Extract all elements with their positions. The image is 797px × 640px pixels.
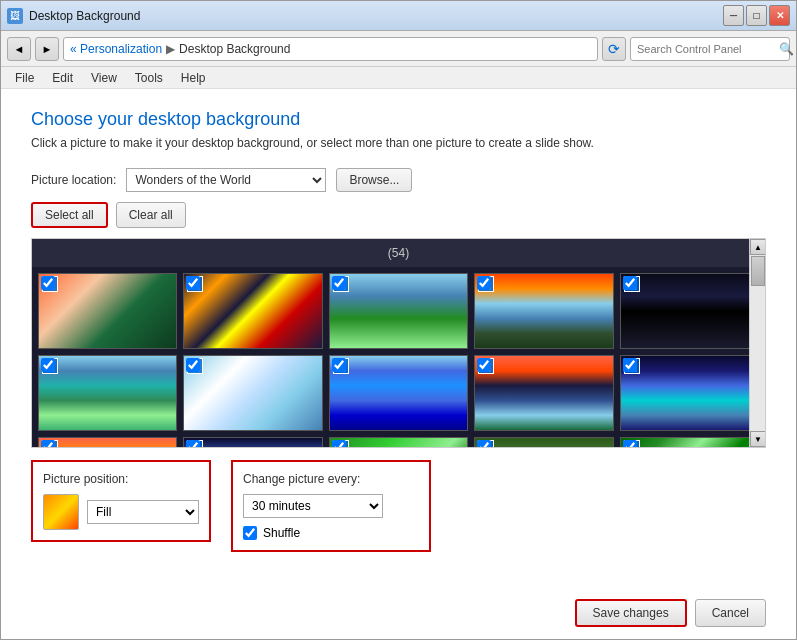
minimize-button[interactable]: ─ bbox=[723, 5, 744, 26]
breadcrumb-current: Desktop Background bbox=[179, 42, 290, 56]
image-cell-4[interactable] bbox=[474, 273, 613, 349]
picture-position-box: Picture position: Fill Fit Stretch Tile … bbox=[31, 460, 211, 542]
image-cell-13[interactable] bbox=[329, 437, 468, 447]
page-title: Choose your desktop background bbox=[31, 109, 766, 130]
browse-button[interactable]: Browse... bbox=[336, 168, 412, 192]
image-cell-6[interactable] bbox=[38, 355, 177, 431]
grid-header: (54) bbox=[32, 239, 765, 267]
picture-location-label: Picture location: bbox=[31, 173, 116, 187]
menu-tools[interactable]: Tools bbox=[127, 69, 171, 87]
picture-location-row: Picture location: Wonders of the World B… bbox=[31, 168, 766, 192]
image-checkbox-13[interactable] bbox=[332, 440, 346, 447]
image-cell-11[interactable] bbox=[38, 437, 177, 447]
search-icon: 🔍 bbox=[779, 42, 794, 56]
maximize-button[interactable]: □ bbox=[746, 5, 767, 26]
main-content: Choose your desktop background Click a p… bbox=[1, 89, 796, 593]
image-checkbox-12[interactable] bbox=[186, 440, 200, 447]
clear-all-button[interactable]: Clear all bbox=[116, 202, 186, 228]
image-checkbox-11[interactable] bbox=[41, 440, 55, 447]
image-checkbox-1[interactable] bbox=[41, 276, 55, 290]
shuffle-row: Shuffle bbox=[243, 526, 419, 540]
image-checkbox-8[interactable] bbox=[332, 358, 346, 372]
breadcrumb: « Personalization ▶ Desktop Background bbox=[63, 37, 598, 61]
image-cell-7[interactable] bbox=[183, 355, 322, 431]
image-checkbox-7[interactable] bbox=[186, 358, 200, 372]
breadcrumb-personalization[interactable]: « Personalization bbox=[70, 42, 162, 56]
image-cell-2[interactable] bbox=[183, 273, 322, 349]
image-checkbox-5[interactable] bbox=[623, 276, 637, 290]
image-cell-12[interactable] bbox=[183, 437, 322, 447]
image-checkbox-4[interactable] bbox=[477, 276, 491, 290]
image-grid-container: (54) ▲ bbox=[31, 238, 766, 448]
select-buttons-row: Select all Clear all bbox=[31, 202, 766, 228]
title-bar-left: 🖼 Desktop Background bbox=[7, 8, 140, 24]
page-subtitle: Click a picture to make it your desktop … bbox=[31, 136, 766, 150]
title-bar-controls: ─ □ ✕ bbox=[723, 5, 790, 26]
position-dropdown[interactable]: Fill Fit Stretch Tile Center bbox=[87, 500, 199, 524]
image-cell-3[interactable] bbox=[329, 273, 468, 349]
forward-button[interactable]: ► bbox=[35, 37, 59, 61]
image-checkbox-10[interactable] bbox=[623, 358, 637, 372]
image-grid bbox=[32, 267, 765, 447]
window-title: Desktop Background bbox=[29, 9, 140, 23]
close-button[interactable]: ✕ bbox=[769, 5, 790, 26]
scroll-thumb[interactable] bbox=[751, 256, 765, 286]
back-button[interactable]: ◄ bbox=[7, 37, 31, 61]
search-input[interactable] bbox=[637, 43, 775, 55]
image-cell-8[interactable] bbox=[329, 355, 468, 431]
image-checkbox-9[interactable] bbox=[477, 358, 491, 372]
change-picture-box: Change picture every: 1 minute 2 minutes… bbox=[231, 460, 431, 552]
shuffle-label: Shuffle bbox=[263, 526, 300, 540]
image-checkbox-6[interactable] bbox=[41, 358, 55, 372]
time-dropdown[interactable]: 1 minute 2 minutes 5 minutes 10 minutes … bbox=[243, 494, 383, 518]
image-checkbox-3[interactable] bbox=[332, 276, 346, 290]
image-cell-5[interactable] bbox=[620, 273, 759, 349]
image-cell-10[interactable] bbox=[620, 355, 759, 431]
select-all-button[interactable]: Select all bbox=[31, 202, 108, 228]
menu-view[interactable]: View bbox=[83, 69, 125, 87]
position-preview-thumbnail bbox=[43, 494, 79, 530]
image-checkbox-14[interactable] bbox=[477, 440, 491, 447]
image-cell-1[interactable] bbox=[38, 273, 177, 349]
menu-edit[interactable]: Edit bbox=[44, 69, 81, 87]
search-bar[interactable]: 🔍 bbox=[630, 37, 790, 61]
window-icon: 🖼 bbox=[7, 8, 23, 24]
change-picture-label: Change picture every: bbox=[243, 472, 419, 486]
position-row: Fill Fit Stretch Tile Center bbox=[43, 494, 199, 530]
cancel-button[interactable]: Cancel bbox=[695, 599, 766, 627]
footer: Save changes Cancel bbox=[1, 593, 796, 639]
bottom-controls: Picture position: Fill Fit Stretch Tile … bbox=[31, 448, 766, 560]
grid-count: (54) bbox=[388, 246, 409, 260]
image-cell-9[interactable] bbox=[474, 355, 613, 431]
scroll-up-button[interactable]: ▲ bbox=[750, 239, 766, 255]
image-checkbox-2[interactable] bbox=[186, 276, 200, 290]
scroll-track bbox=[750, 255, 765, 431]
image-cell-15[interactable] bbox=[620, 437, 759, 447]
refresh-button[interactable]: ⟳ bbox=[602, 37, 626, 61]
save-changes-button[interactable]: Save changes bbox=[575, 599, 687, 627]
breadcrumb-separator: ▶ bbox=[166, 42, 175, 56]
scroll-down-button[interactable]: ▼ bbox=[750, 431, 766, 447]
address-bar: ◄ ► « Personalization ▶ Desktop Backgrou… bbox=[1, 31, 796, 67]
main-window: 🖼 Desktop Background ─ □ ✕ ◄ ► « Persona… bbox=[0, 0, 797, 640]
scrollbar[interactable]: ▲ ▼ bbox=[749, 239, 765, 447]
shuffle-checkbox[interactable] bbox=[243, 526, 257, 540]
menu-bar: File Edit View Tools Help bbox=[1, 67, 796, 89]
picture-location-dropdown[interactable]: Wonders of the World bbox=[126, 168, 326, 192]
picture-position-label: Picture position: bbox=[43, 472, 199, 486]
menu-file[interactable]: File bbox=[7, 69, 42, 87]
image-cell-14[interactable] bbox=[474, 437, 613, 447]
menu-help[interactable]: Help bbox=[173, 69, 214, 87]
title-bar: 🖼 Desktop Background ─ □ ✕ bbox=[1, 1, 796, 31]
image-checkbox-15[interactable] bbox=[623, 440, 637, 447]
